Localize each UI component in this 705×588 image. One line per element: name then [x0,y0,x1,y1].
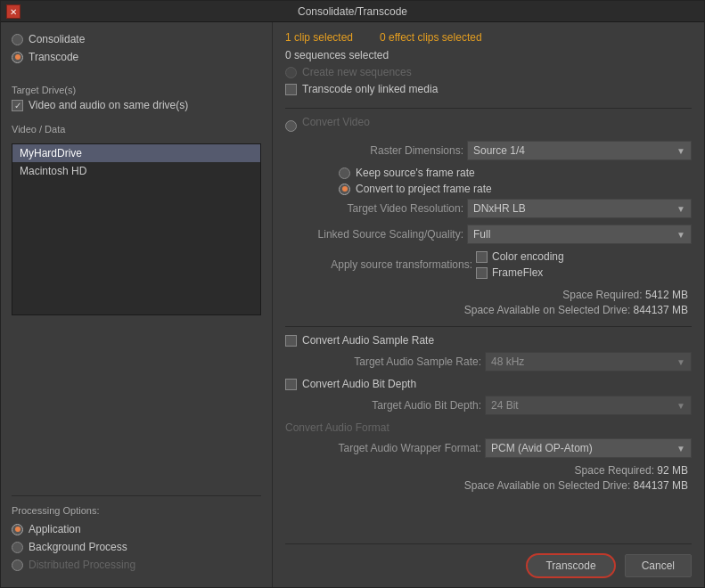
distributed-processing-radio-row[interactable]: Distributed Processing [12,559,261,571]
target-video-res-select[interactable]: DNxHR LB ▼ [467,199,692,218]
transcode-radio-row[interactable]: Transcode [12,51,261,63]
audio-space-required-label: Space Required: [575,464,654,477]
convert-audio-rate-checkbox[interactable] [285,335,297,347]
raster-row: Raster Dimensions: Source 1/4 ▼ [285,141,692,160]
raster-arrow-icon: ▼ [676,146,685,156]
application-radio-row[interactable]: Application [12,523,261,535]
space-required-label: Space Required: [562,289,642,301]
transcode-linked-row[interactable]: Transcode only linked media [285,83,692,95]
audio-wrapper-arrow-icon: ▼ [676,444,685,453]
convert-video-row[interactable]: Convert Video [285,116,692,135]
seq-selected-row: 0 sequences selected [285,49,692,61]
divider-1 [285,108,692,109]
convert-audio-depth-checkbox[interactable] [285,379,297,390]
target-audio-rate-value: 48 kHz [491,355,524,368]
right-panel: 1 clip selected 0 effect clips selected … [273,22,704,587]
drive-item-machd[interactable]: Macintosh HD [12,162,260,180]
audio-space-required-row: Space Required: 92 MB [285,464,688,477]
same-drive-row[interactable]: Video and audio on same drive(s) [12,99,261,111]
convert-audio-depth-row[interactable]: Convert Audio Bit Depth [285,378,692,390]
create-sequences-row[interactable]: Create new sequences [285,66,692,78]
space-available-value: 844137 MB [634,304,688,316]
space-available-label: Space Available on Selected Drive: [464,304,631,316]
keep-frame-rate-radio[interactable] [339,167,350,179]
cancel-button[interactable]: Cancel [625,554,692,577]
transcode-linked-checkbox[interactable] [285,84,297,95]
convert-audio-format-label: Convert Audio Format [285,421,389,434]
processing-section: Processing Options: Application Backgrou… [12,495,261,576]
transcode-label: Transcode [29,51,78,63]
target-audio-wrapper-value: PCM (Avid OP-Atom) [491,442,593,454]
color-encoding-checkbox[interactable] [476,251,488,263]
target-audio-depth-label: Target Audio Bit Depth: [285,399,481,412]
space-info-block: Space Required: 5412 MB Space Available … [285,289,692,319]
target-audio-wrapper-label: Target Audio Wrapper Format: [285,442,481,454]
convert-video-label: Convert Video [302,116,370,128]
create-sequences-radio[interactable] [285,67,297,78]
convert-frame-rate-radio[interactable] [339,184,350,195]
convert-frame-rate-row[interactable]: Convert to project frame rate [285,183,692,195]
target-drives-label: Target Drive(s) [12,85,261,95]
transcode-button[interactable]: Transcode [526,553,615,578]
raster-select[interactable]: Source 1/4 ▼ [467,141,692,160]
main-content: Consolidate Transcode Target Drive(s) Vi… [1,22,704,587]
frameflex-checkbox[interactable] [476,267,488,279]
clip-selected-label: 1 clip selected [285,31,353,44]
convert-frame-rate-label: Convert to project frame rate [356,183,492,195]
drive-list: MyHardDrive Macintosh HD [12,143,261,315]
background-process-radio-row[interactable]: Background Process [12,541,261,553]
audio-space-available-row: Space Available on Selected Drive: 84413… [285,479,688,492]
drive-item-myhd[interactable]: MyHardDrive [12,144,260,162]
apply-transform-row: Apply source transformations: Color enco… [285,250,692,279]
background-process-radio[interactable] [12,542,23,553]
distributed-processing-label: Distributed Processing [29,559,135,571]
target-audio-depth-row: Target Audio Bit Depth: 24 Bit ▼ [285,396,692,415]
audio-section: Convert Audio Sample Rate Target Audio S… [285,326,692,494]
button-row: Transcode Cancel [285,543,692,578]
transcode-radio[interactable] [12,52,23,63]
space-required-value: 5412 MB [645,289,688,301]
frameflex-row[interactable]: FrameFlex [476,266,564,279]
video-data-label: Video / Data [12,124,261,135]
convert-video-radio[interactable] [285,120,297,132]
linked-scaling-label: Linked Source Scaling/Quality: [285,228,463,241]
audio-space-available-value: 844137 MB [634,479,688,492]
linked-scaling-select[interactable]: Full ▼ [467,225,692,244]
color-encoding-row[interactable]: Color encoding [476,250,564,263]
raster-label: Raster Dimensions: [285,144,463,157]
close-button[interactable]: ✕ [6,4,20,19]
distributed-processing-radio[interactable] [12,559,23,571]
target-audio-depth-select[interactable]: 24 Bit ▼ [485,396,692,415]
consolidate-transcode-dialog: ✕ Consolidate/Transcode Consolidate Tran… [0,0,705,588]
audio-space-info-block: Space Required: 92 MB Space Available on… [285,464,692,492]
target-audio-rate-row: Target Audio Sample Rate: 48 kHz ▼ [285,352,692,372]
apply-transform-label: Apply source transformations: [285,258,472,271]
target-video-res-label: Target Video Resolution: [285,202,463,215]
keep-frame-rate-row[interactable]: Keep source's frame rate [285,167,692,179]
target-audio-rate-select[interactable]: 48 kHz ▼ [485,352,692,372]
color-encoding-label: Color encoding [492,250,564,263]
audio-space-available-label: Space Available on Selected Drive: [464,479,631,492]
consolidate-radio[interactable] [12,34,23,45]
transcode-linked-label: Transcode only linked media [302,83,438,95]
effect-selected-label: 0 effect clips selected [380,31,482,44]
processing-options-label: Processing Options: [12,505,261,516]
target-video-res-arrow-icon: ▼ [676,204,685,214]
linked-scaling-value: Full [473,228,490,241]
convert-audio-depth-label: Convert Audio Bit Depth [302,378,416,390]
audio-depth-arrow-icon: ▼ [676,401,685,411]
convert-audio-rate-row[interactable]: Convert Audio Sample Rate [285,334,692,347]
consolidate-label: Consolidate [29,33,85,45]
audio-rate-arrow-icon: ▼ [676,357,685,367]
mode-radio-group: Consolidate Transcode [12,33,261,69]
space-required-row: Space Required: 5412 MB [285,289,688,301]
consolidate-radio-row[interactable]: Consolidate [12,33,261,45]
keep-frame-rate-label: Keep source's frame rate [356,167,475,179]
application-radio[interactable] [12,524,23,535]
target-audio-wrapper-select[interactable]: PCM (Avid OP-Atom) ▼ [485,438,692,458]
transform-options: Color encoding FrameFlex [476,250,564,279]
linked-scaling-arrow-icon: ▼ [676,230,685,240]
same-drive-checkbox[interactable] [12,100,23,111]
linked-scaling-row: Linked Source Scaling/Quality: Full ▼ [285,225,692,244]
target-audio-depth-value: 24 Bit [491,399,519,412]
